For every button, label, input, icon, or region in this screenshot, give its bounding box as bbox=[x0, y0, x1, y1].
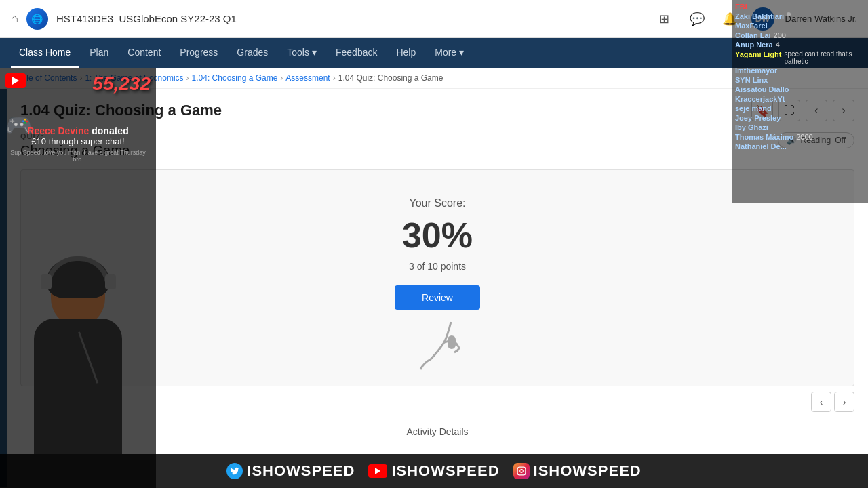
banner-youtube: ISHOWSPEED bbox=[368, 462, 499, 480]
chat-msg-thomas: Thomas Máximo 2000 bbox=[735, 133, 865, 141]
nav-help[interactable]: Help bbox=[388, 38, 424, 68]
stream-overlay: 55,232 🎮 Reece Devine donated £10 throug… bbox=[0, 68, 156, 488]
nav-feedback[interactable]: Feedback bbox=[328, 38, 385, 68]
breadcrumb-lesson[interactable]: 1.04: Choosing a Game bbox=[192, 73, 278, 83]
nav-grades[interactable]: Grades bbox=[229, 38, 276, 68]
more-dropdown-icon: ▾ bbox=[459, 47, 464, 58]
donation-box: Reece Devine donated £10 through super c… bbox=[0, 125, 156, 163]
svg-rect-0 bbox=[448, 336, 456, 349]
nav-progress[interactable]: Progress bbox=[172, 38, 226, 68]
home-icon[interactable]: ⌂ bbox=[11, 12, 18, 26]
chat-msg-yagami: Yagami Light speed can't read that's pat… bbox=[735, 50, 865, 65]
message-icon[interactable]: 💬 bbox=[686, 8, 708, 30]
instagram-icon bbox=[513, 463, 530, 479]
chat-msg-syn: SYN Linx bbox=[735, 76, 865, 84]
breadcrumb-sep-4: › bbox=[333, 73, 336, 83]
yt-icon bbox=[5, 73, 26, 88]
chat-sidebar: FBI Zaki Bakhtiari MaxFarel Collan Lai 2… bbox=[732, 0, 868, 203]
stream-counter: 55,232 bbox=[92, 73, 151, 95]
globe-icon: 🌐 bbox=[26, 8, 48, 30]
chat-msg-4: Collan Lai 200 bbox=[735, 31, 865, 39]
youtube-icon bbox=[368, 464, 387, 478]
apps-icon[interactable]: ⊞ bbox=[654, 8, 675, 30]
nav-content[interactable]: Content bbox=[119, 38, 169, 68]
nav-more[interactable]: More ▾ bbox=[427, 38, 472, 68]
tools-dropdown-icon: ▾ bbox=[312, 47, 317, 58]
banner-twitter: ISHOWSPEED bbox=[226, 462, 355, 480]
course-title: HST413DE3_USGlobEcon SY22-23 Q1 bbox=[56, 13, 646, 24]
review-button[interactable]: Review bbox=[395, 285, 480, 310]
chat-msg-joey: Joey Presley bbox=[735, 114, 865, 122]
donation-message: Sup Speed, love you man. Have a great Th… bbox=[5, 149, 151, 163]
chat-msg-3: MaxFarel bbox=[735, 22, 865, 30]
instagram-text: ISHOWSPEED bbox=[534, 462, 642, 480]
breadcrumb-sep-2: › bbox=[186, 73, 189, 83]
chat-msg-imthe: Imthemayor bbox=[735, 66, 865, 75]
chat-msg-kracc: KraccerjackYt bbox=[735, 95, 865, 103]
banner-instagram: ISHOWSPEED bbox=[513, 462, 642, 480]
chat-msg-nath: Nathaniel De... bbox=[735, 142, 865, 150]
card-prev-btn[interactable]: ‹ bbox=[811, 392, 831, 412]
twitter-icon bbox=[226, 463, 243, 479]
streamer-video bbox=[7, 244, 149, 461]
youtube-badge bbox=[5, 73, 26, 88]
twitter-text: ISHOWSPEED bbox=[247, 462, 355, 480]
chat-msg-seje: seje mand bbox=[735, 104, 865, 113]
nav-class-home[interactable]: Class Home bbox=[11, 38, 79, 68]
donor-name: Reece Devine donated bbox=[5, 125, 151, 136]
chat-msg-1: FBI bbox=[735, 3, 865, 11]
card-next-btn[interactable]: › bbox=[834, 392, 854, 412]
breadcrumb-current: 1.04 Quiz: Choosing a Game bbox=[338, 73, 443, 83]
chat-msg-aiss: Aissatou Diallo bbox=[735, 85, 865, 94]
bottom-banner: ISHOWSPEED ISHOWSPEED ISHOWSPEED bbox=[0, 454, 868, 488]
breadcrumb-assessment[interactable]: Assessment bbox=[285, 73, 330, 83]
donation-amount: £10 through super chat! bbox=[5, 136, 151, 146]
youtube-text: ISHOWSPEED bbox=[391, 462, 499, 480]
nav-plan[interactable]: Plan bbox=[81, 38, 117, 68]
stickman-decoration bbox=[410, 315, 478, 376]
chat-msg-2: Zaki Bakhtiari bbox=[735, 12, 865, 20]
svg-rect-1 bbox=[517, 467, 526, 475]
chat-msg-iby: Iby Ghazi bbox=[735, 123, 865, 131]
chat-msg-5: Anup Nera 4 bbox=[735, 41, 865, 49]
nav-tools[interactable]: Tools ▾ bbox=[279, 38, 325, 68]
badge-dot bbox=[787, 12, 791, 16]
breadcrumb-sep-3: › bbox=[280, 73, 283, 83]
